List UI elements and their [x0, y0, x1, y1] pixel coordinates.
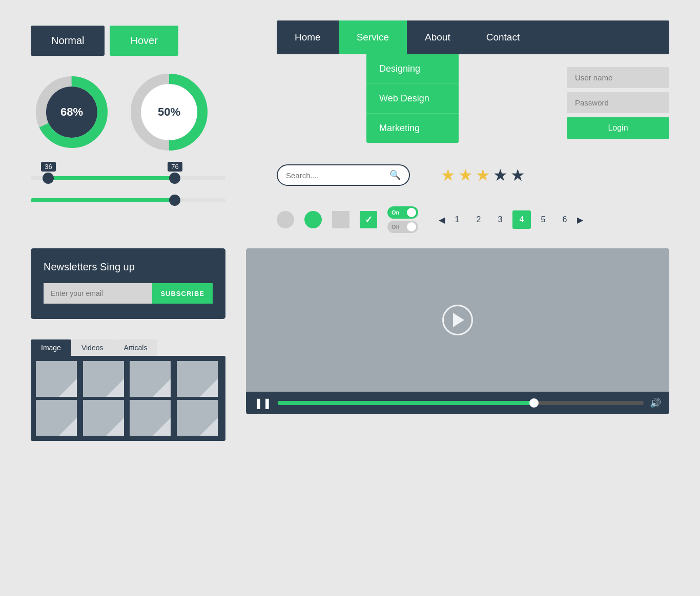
login-button[interactable]: Login — [567, 117, 669, 139]
toggle-group: On Off — [387, 206, 418, 233]
play-button[interactable] — [442, 305, 473, 335]
nav-home[interactable]: Home — [277, 20, 339, 54]
dual-slider-track[interactable] — [31, 176, 225, 180]
nav-about[interactable]: About — [407, 20, 468, 54]
play-icon — [453, 313, 464, 327]
image-thumb-1[interactable] — [36, 361, 77, 397]
slider-thumb-single[interactable] — [169, 195, 180, 206]
image-thumb-5[interactable] — [36, 400, 77, 436]
star-1[interactable]: ★ — [441, 165, 456, 185]
page-prev[interactable]: ◀ — [439, 215, 445, 225]
dropdown-webdesign[interactable]: Web Design — [366, 84, 459, 114]
video-player: ❚❚ 🔊 — [246, 248, 669, 414]
page-5[interactable]: 5 — [534, 210, 552, 229]
checkbox-empty[interactable] — [332, 211, 349, 228]
star-5[interactable]: ★ — [510, 165, 525, 185]
tab-videos[interactable]: Videos — [71, 339, 114, 356]
newsletter-subscribe-button[interactable]: SUBSCRIBE — [152, 283, 213, 304]
image-grid — [36, 361, 220, 436]
password-input[interactable] — [567, 92, 669, 113]
video-progress-thumb[interactable] — [529, 398, 539, 408]
video-controls: ❚❚ 🔊 — [246, 392, 669, 414]
video-progress-bar[interactable] — [278, 401, 644, 405]
slider-tooltip-2: 76 — [168, 162, 182, 172]
username-input[interactable] — [567, 67, 669, 88]
slider-thumb-2[interactable] — [169, 173, 180, 184]
toggle-off[interactable]: Off — [387, 221, 418, 233]
page-next[interactable]: ▶ — [577, 215, 583, 225]
donut-label-68: 68% — [60, 105, 83, 119]
tab-headers: Image Videos Articals — [31, 339, 225, 356]
tab-articles[interactable]: Articals — [113, 339, 157, 356]
page-1[interactable]: 1 — [448, 210, 466, 229]
star-4[interactable]: ★ — [493, 165, 508, 185]
slider-tooltip-1: 36 — [41, 162, 55, 172]
toggle-on-thumb — [407, 208, 416, 217]
pagination: ◀ 1 2 3 4 5 6 ▶ — [439, 210, 583, 229]
page-4[interactable]: 4 — [512, 210, 531, 229]
search-input[interactable] — [286, 171, 389, 180]
tabs-section: Image Videos Articals — [31, 339, 225, 441]
newsletter-title: Newsletters Sing up — [44, 261, 213, 273]
single-slider-track[interactable] — [31, 198, 225, 202]
image-thumb-3[interactable] — [130, 361, 171, 397]
image-thumb-8[interactable] — [177, 400, 218, 436]
nav-contact[interactable]: Contact — [468, 20, 538, 54]
image-thumb-2[interactable] — [83, 361, 124, 397]
search-icon: 🔍 — [389, 169, 401, 181]
nav-bar: Home Service About Contact — [277, 20, 669, 54]
newsletter-input[interactable] — [44, 283, 152, 304]
slider-thumb-1[interactable] — [43, 173, 54, 184]
star-2[interactable]: ★ — [458, 165, 473, 185]
image-thumb-4[interactable] — [177, 361, 218, 397]
dropdown-designing[interactable]: Designing — [366, 54, 459, 84]
normal-button[interactable]: Normal — [31, 26, 105, 56]
newsletter-box: Newsletters Sing up SUBSCRIBE — [31, 248, 225, 319]
nav-service[interactable]: Service — [339, 20, 407, 54]
video-screen[interactable] — [246, 248, 669, 392]
star-rating: ★ ★ ★ ★ ★ — [441, 165, 525, 185]
tab-content — [31, 356, 225, 441]
hover-button[interactable]: Hover — [110, 26, 178, 56]
donut-label-50: 50% — [158, 105, 180, 119]
checkbox-checked[interactable]: ✓ — [360, 211, 377, 228]
volume-button[interactable]: 🔊 — [650, 397, 661, 409]
toggle-on[interactable]: On — [387, 206, 418, 219]
donut-chart-68: 68% — [31, 71, 113, 153]
dropdown-marketing[interactable]: Marketing — [366, 114, 459, 143]
pause-button[interactable]: ❚❚ — [254, 397, 272, 409]
star-3[interactable]: ★ — [476, 165, 490, 185]
page-3[interactable]: 3 — [491, 210, 509, 229]
controls-group: ✓ On Off — [277, 206, 418, 233]
login-form: Login — [567, 67, 669, 139]
radio-off[interactable] — [277, 211, 294, 228]
service-dropdown: Designing Web Design Marketing — [366, 54, 459, 143]
page-2[interactable]: 2 — [469, 210, 488, 229]
tab-image[interactable]: Image — [31, 339, 71, 356]
radio-on[interactable] — [304, 211, 322, 228]
toggle-off-thumb — [407, 222, 416, 231]
image-thumb-7[interactable] — [130, 400, 171, 436]
donut-chart-50: 50% — [128, 71, 210, 153]
video-progress-fill — [278, 401, 534, 405]
image-thumb-6[interactable] — [83, 400, 124, 436]
page-6[interactable]: 6 — [555, 210, 574, 229]
search-bar: 🔍 — [277, 164, 410, 186]
